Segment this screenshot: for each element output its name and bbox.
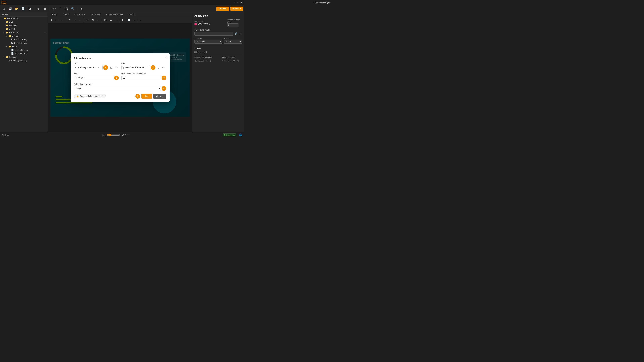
reload-interval-field: Reload interval (in seconds) 4	[122, 72, 166, 80]
more-icon[interactable]: ···	[45, 31, 46, 33]
conditional-delete-button[interactable]: 🗑	[209, 59, 212, 63]
home-button[interactable]: ⌂	[1, 6, 7, 11]
step-badge-6: 6	[135, 94, 140, 98]
close-button[interactable]: ✕	[240, 1, 243, 4]
activation-label: Activation script	[222, 56, 242, 58]
font-button[interactable]: h	[79, 6, 84, 11]
sidebar-item-data[interactable]: 📁 Data	[0, 20, 48, 24]
animation-arrow-icon: ▾	[240, 40, 241, 43]
reload-interval-input[interactable]	[122, 76, 161, 80]
reuse-connection-button[interactable]: 🔒 Reuse existing connection	[74, 94, 106, 98]
list-icon-btn[interactable]: ☰	[85, 18, 90, 22]
shapes-button[interactable]: ◯	[64, 6, 69, 11]
tab-media-documents[interactable]: Media & Documents	[102, 12, 126, 17]
path-input[interactable]	[122, 65, 150, 70]
tab-interactive[interactable]: Interactive	[88, 12, 102, 17]
animation-dropdown[interactable]: Default ▾	[224, 40, 242, 43]
tree-label: Excel	[12, 45, 16, 48]
sidebar-item-resources[interactable]: ▾ 📁 Resources ···	[0, 31, 48, 34]
dropdown-arrow-icon[interactable]: ▾	[209, 23, 210, 25]
pie-icon-btn[interactable]: ◴	[67, 18, 72, 22]
gauge-icon-btn[interactable]: ⬚	[103, 18, 108, 22]
sidebar-item-excel[interactable]: ▾ 📁 Excel	[0, 45, 48, 48]
bg-image-label: Background image	[194, 29, 242, 31]
name-input[interactable]	[74, 76, 113, 80]
more6-icon-btn[interactable]: ···	[139, 18, 144, 22]
toolbar-right: Preview Upload ▾	[216, 6, 243, 11]
sidebar-item-testfile02[interactable]: 🖼 Testfile-02.png	[0, 41, 48, 45]
more4-icon-btn[interactable]: ···	[114, 18, 118, 22]
url-delete-button[interactable]: 🗑	[109, 65, 113, 70]
sidebar-item-screen1[interactable]: 🖥 Screen (Screen1)	[0, 59, 48, 62]
upload-button[interactable]: Upload ▾	[230, 6, 243, 11]
tab-lists-tiles[interactable]: Lists & Tiles	[72, 12, 88, 17]
cancel-button[interactable]: Cancel	[153, 94, 166, 98]
path-code-button[interactable]: </>	[162, 65, 166, 70]
text-button[interactable]: T	[57, 6, 63, 11]
background-label-col: Background #FF327788 ▾	[194, 20, 226, 25]
search-button[interactable]: 🔍	[70, 6, 76, 11]
path-delete-button[interactable]: 🗑	[156, 65, 161, 70]
sidebar-item-visualization[interactable]: ▾ 📁 Visualization	[0, 16, 48, 20]
activation-delete-button[interactable]: 🗑	[236, 59, 240, 63]
manage-button[interactable]: 🖥	[42, 6, 48, 11]
sidebar-item-testfile03[interactable]: 📄 Testfile-03.xlsx	[0, 48, 48, 52]
link-icon-btn[interactable]: ⛓	[72, 18, 77, 22]
sidebar-item-screens[interactable]: ▾ 📁 Screens	[0, 55, 48, 59]
auth-field-row: None Basic OAuth 5	[74, 86, 166, 91]
step-badge-1: 1	[103, 65, 108, 70]
folder-icon: 📁	[6, 24, 8, 27]
open-button[interactable]: 🗂	[27, 6, 32, 11]
main-area: Explorer ▾ 📁 Visualization 📁 Data 📁 Vari…	[0, 12, 244, 132]
panel-sep-2	[194, 55, 242, 55]
text-icon-btn[interactable]: T	[49, 18, 54, 22]
background-label: Background	[194, 20, 226, 22]
fit-icon[interactable]: ↔	[128, 134, 130, 136]
code-button[interactable]: </>	[51, 6, 56, 11]
more5-icon-btn[interactable]: ···	[132, 18, 136, 22]
status-bar: Modified 45% |100| ↔ Connected 🌐	[0, 132, 244, 137]
settings-button[interactable]: ⚙	[36, 6, 41, 11]
tab-charts[interactable]: Charts	[60, 12, 72, 17]
zoom-slider[interactable]	[107, 134, 120, 136]
more3-icon-btn[interactable]: ···	[96, 18, 100, 22]
color-swatch[interactable]	[194, 23, 197, 25]
auth-type-select[interactable]: None Basic OAuth	[74, 86, 161, 91]
grid-icon-btn[interactable]: ⊞	[90, 18, 95, 22]
minimize-button[interactable]: –	[234, 1, 236, 4]
url-code-button[interactable]: </>	[114, 65, 119, 70]
language-button[interactable]: 🌐	[238, 133, 242, 137]
conditional-edit-button[interactable]: ✏	[204, 59, 208, 63]
bg-image-link-button[interactable]: 🔗	[234, 32, 238, 35]
rect-icon-btn[interactable]: ▭	[54, 18, 59, 22]
url-input[interactable]	[74, 65, 103, 70]
bar-icon-btn[interactable]: ▬	[108, 18, 113, 22]
sidebar-item-images[interactable]: ▾ 📁 Images	[0, 34, 48, 38]
transition-dropdown[interactable]: Fade Over ▾	[194, 40, 222, 43]
tab-others[interactable]: Others	[126, 12, 137, 17]
sidebar-item-scripts[interactable]: 📁 Scripts	[0, 27, 48, 31]
sidebar-item-testfile04[interactable]: 📄 Testfile-04.xlsx	[0, 52, 48, 55]
screen-duration-input[interactable]	[227, 23, 239, 27]
save-button[interactable]: 💾	[8, 6, 13, 11]
media-icon-btn[interactable]: 🖼	[121, 18, 126, 22]
new-button[interactable]: 📄	[20, 6, 26, 11]
is-enabled-checkbox[interactable]: ✓	[194, 51, 196, 53]
preview-button[interactable]: Preview	[216, 6, 229, 11]
activation-actions: Not defined </> 🗑	[222, 59, 242, 63]
bg-image-delete-button[interactable]: 🗑	[238, 32, 242, 35]
restore-button[interactable]: ❐	[237, 1, 240, 4]
modal-close-button[interactable]: ✕	[165, 55, 168, 59]
open-folder-button[interactable]: 📂	[14, 6, 20, 11]
activation-code-button[interactable]: </>	[232, 59, 236, 63]
image-icon: 🖼	[11, 42, 13, 44]
sidebar-item-testfile01[interactable]: 🖼 Testfile-01.png	[0, 38, 48, 41]
tab-basics[interactable]: Basics	[49, 12, 60, 17]
more2-icon-btn[interactable]: ···	[78, 18, 82, 22]
pdf-icon-btn[interactable]: 📄	[126, 18, 131, 22]
zoom-reset-icon[interactable]: |100|	[122, 134, 126, 136]
ok-button[interactable]: OK	[142, 94, 152, 98]
status-modified: Modified	[2, 134, 9, 136]
sidebar-item-variables[interactable]: 📁 Variables	[0, 24, 48, 27]
more-icon-btn[interactable]: ···	[60, 18, 64, 22]
